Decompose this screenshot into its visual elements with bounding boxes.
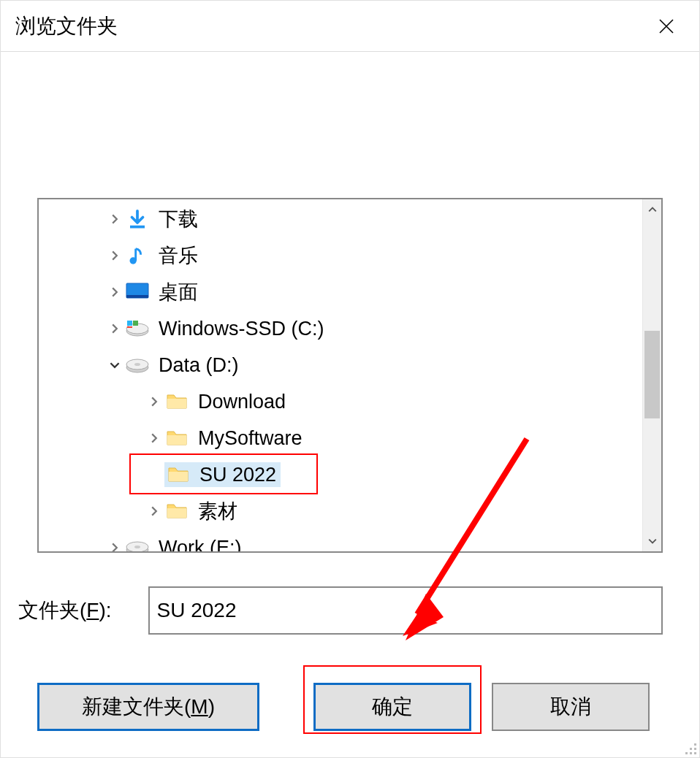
browse-folder-dialog: 浏览文件夹 下载音乐桌面Windows-SSD (C:)Data (D:)Dow…	[0, 0, 700, 758]
scrollbar-vertical[interactable]	[642, 199, 661, 551]
tree-node[interactable]: SU 2022	[39, 456, 642, 493]
drive-os-icon	[125, 316, 150, 341]
chevron-down-icon	[648, 537, 657, 545]
tree-node-label: 桌面	[159, 279, 198, 305]
folder-label-pre: 文件夹(	[18, 599, 86, 621]
chevron-right-icon[interactable]	[147, 504, 161, 518]
tree-node-selected[interactable]: SU 2022	[164, 462, 281, 487]
new-folder-label-pre: 新建文件夹(	[82, 693, 191, 721]
folder-icon	[164, 426, 189, 451]
chevron-up-icon	[648, 205, 657, 214]
tree-node[interactable]: 素材	[39, 493, 642, 529]
scroll-track[interactable]	[643, 220, 661, 531]
folder-tree-container: 下载音乐桌面Windows-SSD (C:)Data (D:)DownloadM…	[37, 198, 663, 553]
folder-name-label: 文件夹(F):	[18, 597, 112, 624]
dialog-title: 浏览文件夹	[15, 12, 118, 40]
svg-point-18	[134, 545, 140, 548]
tree-node[interactable]: Work (E:)	[39, 529, 642, 551]
resize-gripper[interactable]	[680, 738, 696, 754]
chevron-right-icon[interactable]	[147, 394, 161, 409]
new-folder-label-hotkey: M	[191, 695, 208, 719]
tree-node[interactable]: MySoftware	[39, 420, 642, 456]
svg-rect-3	[126, 295, 148, 298]
scroll-up-button[interactable]	[643, 199, 662, 220]
tree-node[interactable]: 桌面	[39, 274, 642, 310]
expander-placeholder	[147, 467, 161, 482]
ok-button[interactable]: 确定	[313, 683, 471, 731]
new-folder-label-post: )	[208, 695, 215, 719]
tree-node[interactable]: 音乐	[39, 237, 642, 274]
music-icon	[125, 243, 150, 268]
tree-node-label: Work (E:)	[159, 537, 242, 552]
download-icon	[125, 207, 150, 231]
titlebar: 浏览文件夹	[1, 1, 699, 52]
folder-icon	[164, 389, 189, 414]
drive-icon	[125, 353, 150, 378]
svg-rect-13	[167, 435, 186, 445]
folder-icon	[166, 462, 191, 487]
dialog-content: 下载音乐桌面Windows-SSD (C:)Data (D:)DownloadM…	[1, 52, 699, 753]
drive-icon	[125, 535, 150, 551]
scroll-down-button[interactable]	[643, 531, 662, 551]
button-row: 新建文件夹(M) 确定 取消	[37, 683, 663, 731]
tree-node-label: Windows-SSD (C:)	[159, 318, 324, 340]
folder-label-post: ):	[99, 599, 111, 621]
folder-icon	[164, 499, 189, 524]
tree-node[interactable]: Download	[39, 383, 642, 420]
chevron-right-icon[interactable]	[107, 248, 122, 263]
chevron-right-icon[interactable]	[107, 212, 122, 226]
chevron-right-icon[interactable]	[107, 321, 122, 336]
tree-node[interactable]: Windows-SSD (C:)	[39, 310, 642, 347]
chevron-down-icon[interactable]	[107, 358, 122, 372]
tree-node-label: Data (D:)	[159, 354, 239, 377]
tree-node[interactable]: 下载	[39, 201, 642, 237]
svg-rect-0	[130, 226, 145, 229]
folder-name-input[interactable]	[148, 586, 663, 635]
chevron-right-icon[interactable]	[147, 431, 161, 445]
desktop-icon	[125, 280, 150, 305]
chevron-right-icon[interactable]	[107, 285, 122, 299]
svg-rect-12	[167, 399, 186, 408]
tree-node-label: 素材	[198, 498, 237, 524]
svg-point-1	[130, 257, 137, 264]
chevron-right-icon[interactable]	[107, 540, 122, 551]
tree-node-label: 下载	[159, 206, 198, 232]
cancel-button[interactable]: 取消	[492, 683, 650, 731]
svg-rect-6	[127, 321, 132, 326]
svg-rect-7	[133, 321, 138, 326]
new-folder-button[interactable]: 新建文件夹(M)	[37, 683, 259, 731]
scroll-thumb[interactable]	[644, 331, 660, 418]
tree-node-label: SU 2022	[199, 464, 276, 486]
folder-label-hotkey: F	[86, 599, 99, 621]
folder-tree[interactable]: 下载音乐桌面Windows-SSD (C:)Data (D:)DownloadM…	[39, 199, 642, 551]
tree-node-label: MySoftware	[198, 427, 303, 450]
tree-node-label: 音乐	[159, 242, 198, 269]
svg-rect-15	[167, 508, 186, 518]
svg-point-11	[134, 363, 140, 366]
svg-rect-14	[169, 472, 188, 481]
tree-node[interactable]: Data (D:)	[39, 347, 642, 383]
svg-rect-8	[127, 326, 132, 328]
tree-node-label: Download	[198, 391, 286, 413]
close-button[interactable]	[648, 8, 685, 45]
folder-name-row: 文件夹(F):	[37, 586, 663, 635]
close-icon	[658, 18, 675, 35]
